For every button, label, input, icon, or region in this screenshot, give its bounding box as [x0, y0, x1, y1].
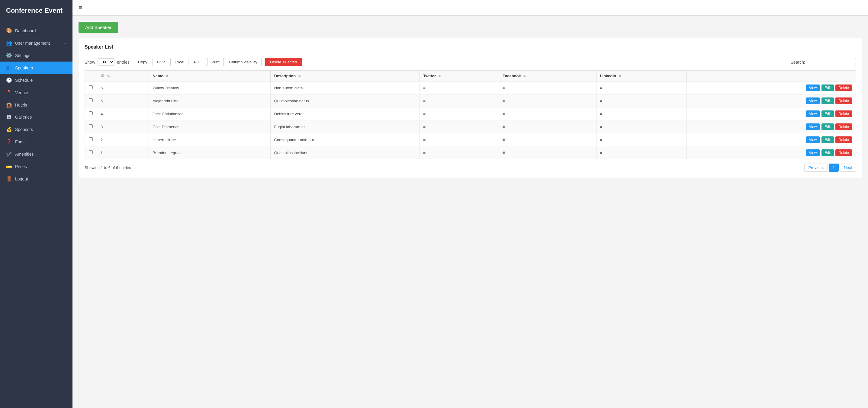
col-header-linkedin[interactable]: LinkedIn ⇅: [596, 71, 687, 81]
sidebar-item-user-management[interactable]: 👥 User management ‹: [0, 37, 72, 49]
edit-button[interactable]: Edit: [822, 136, 834, 143]
edit-button[interactable]: Edit: [822, 124, 834, 130]
cell-name: Willow Trantow: [149, 81, 270, 95]
table-body: 6Willow TrantowNon autem dicta### View E…: [85, 81, 856, 159]
speakers-icon: 👥: [6, 65, 12, 71]
dashboard-icon: 🎨: [6, 28, 12, 34]
table-head: ID ⇅Name ⇅Description ⇅Twitter ⇅Facebook…: [85, 71, 856, 81]
row-checkbox-cell: [85, 81, 97, 95]
row-checkbox[interactable]: [89, 150, 93, 154]
cell-facebook: #: [499, 133, 596, 146]
pagination-area: Showing 1 to 6 of 6 entries Previous 1 N…: [85, 164, 856, 172]
cell-name: Jack Christiansen: [149, 107, 270, 121]
sidebar-item-label: Speakers: [15, 66, 33, 70]
sidebar-item-faqs[interactable]: ❓ Faqs: [0, 136, 72, 148]
previous-button[interactable]: Previous: [804, 164, 828, 172]
row-checkbox[interactable]: [89, 86, 93, 89]
cell-linkedin: #: [596, 95, 687, 107]
add-speaker-button[interactable]: Add Speaker: [79, 22, 118, 33]
delete-button[interactable]: Delete: [835, 124, 852, 130]
sidebar-item-hotels[interactable]: 🏨 Hotels: [0, 99, 72, 111]
sidebar-item-label: Logout: [15, 176, 28, 181]
cell-id: 5: [97, 95, 149, 107]
schedule-icon: 🕐: [6, 77, 12, 83]
entries-select[interactable]: 100 25 50: [98, 58, 115, 66]
hamburger-icon[interactable]: ≡: [79, 4, 82, 11]
search-input[interactable]: [808, 58, 856, 66]
col-header-facebook[interactable]: Facebook ⇅: [499, 71, 596, 81]
row-checkbox[interactable]: [89, 98, 93, 102]
sidebar-item-galleries[interactable]: 🖼 Galleries: [0, 111, 72, 123]
cell-id: 3: [97, 121, 149, 133]
settings-icon: ⚙️: [6, 53, 12, 58]
content-area: Add Speaker Speaker List Show 100 25 50 …: [72, 16, 868, 408]
cell-description: Fugiat laborum et: [270, 121, 420, 133]
delete-button[interactable]: Delete: [835, 136, 852, 143]
cell-id: 6: [97, 81, 149, 95]
sidebar-item-prices[interactable]: 💳 Prices: [0, 160, 72, 173]
sidebar-item-venues[interactable]: 📍 Venues: [0, 86, 72, 99]
cell-description: Qui molestiae natus: [270, 95, 420, 107]
logout-icon: 🚪: [6, 176, 12, 182]
ctrl-btn-excel[interactable]: Excel: [170, 58, 188, 66]
sidebar-item-logout[interactable]: 🚪 Logout: [0, 173, 72, 185]
delete-button[interactable]: Delete: [835, 110, 852, 117]
page-1-button[interactable]: 1: [829, 164, 839, 172]
view-button[interactable]: View: [806, 124, 820, 130]
hotels-icon: 🏨: [6, 102, 12, 108]
delete-button[interactable]: Delete: [835, 149, 852, 156]
sidebar-item-label: Faqs: [15, 139, 25, 144]
edit-button[interactable]: Edit: [822, 110, 834, 117]
delete-button[interactable]: Delete: [835, 84, 852, 91]
cell-facebook: #: [499, 121, 596, 133]
ctrl-btn-column-visibility[interactable]: Column visibility: [225, 58, 261, 66]
cell-facebook: #: [499, 146, 596, 159]
delete-selected-button[interactable]: Delete selected: [265, 58, 302, 66]
cell-description: Debitis iure vero: [270, 107, 420, 121]
edit-button[interactable]: Edit: [822, 84, 834, 91]
col-header-twitter[interactable]: Twitter ⇅: [420, 71, 499, 81]
sidebar-item-settings[interactable]: ⚙️ Settings: [0, 49, 72, 62]
edit-button[interactable]: Edit: [822, 149, 834, 156]
view-button[interactable]: View: [806, 149, 820, 156]
cell-id: 1: [97, 146, 149, 159]
cell-id: 4: [97, 107, 149, 121]
sidebar-item-amenities[interactable]: ✔️ Amenities: [0, 148, 72, 160]
cell-description: Non autem dicta: [270, 81, 420, 95]
row-checkbox[interactable]: [89, 137, 93, 141]
row-checkbox-cell: [85, 133, 97, 146]
ctrl-btn-csv[interactable]: CSV: [153, 58, 169, 66]
sidebar-item-sponsors[interactable]: 💰 Sponsors: [0, 123, 72, 136]
row-checkbox[interactable]: [89, 124, 93, 128]
col-header-actions: [687, 71, 856, 81]
sidebar-item-speakers[interactable]: 👥 Speakers: [0, 62, 72, 74]
view-button[interactable]: View: [806, 110, 820, 117]
row-checkbox[interactable]: [89, 111, 93, 115]
col-header-description[interactable]: Description ⇅: [270, 71, 420, 81]
next-button[interactable]: Next: [840, 164, 856, 172]
action-cell: View Edit Delete: [687, 146, 856, 159]
view-button[interactable]: View: [806, 136, 820, 143]
ctrl-btn-print[interactable]: Print: [207, 58, 224, 66]
sort-icon: ⇅: [523, 74, 526, 78]
sidebar-item-schedule[interactable]: 🕐 Schedule: [0, 74, 72, 86]
delete-button[interactable]: Delete: [835, 98, 852, 104]
ctrl-btn-copy[interactable]: Copy: [134, 58, 151, 66]
edit-button[interactable]: Edit: [822, 98, 834, 104]
show-label: Show: [85, 60, 95, 65]
sidebar-item-label: Sponsors: [15, 127, 33, 132]
cell-description: Quas alias incidunt: [270, 146, 420, 159]
view-button[interactable]: View: [806, 98, 820, 104]
cell-twitter: #: [420, 146, 499, 159]
card-title: Speaker List: [85, 44, 856, 53]
table-row: 3Cole EmmerichFugiat laborum et### View …: [85, 121, 856, 133]
col-header-name[interactable]: Name ⇅: [149, 71, 270, 81]
view-button[interactable]: View: [806, 84, 820, 91]
sidebar-item-dashboard[interactable]: 🎨 Dashboard: [0, 25, 72, 37]
cell-twitter: #: [420, 81, 499, 95]
faqs-icon: ❓: [6, 139, 12, 144]
col-header-id[interactable]: ID ⇅: [97, 71, 149, 81]
sidebar-item-label: Dashboard: [15, 28, 36, 33]
ctrl-btn-pdf[interactable]: PDF: [190, 58, 206, 66]
col-header-checkbox: [85, 71, 97, 81]
